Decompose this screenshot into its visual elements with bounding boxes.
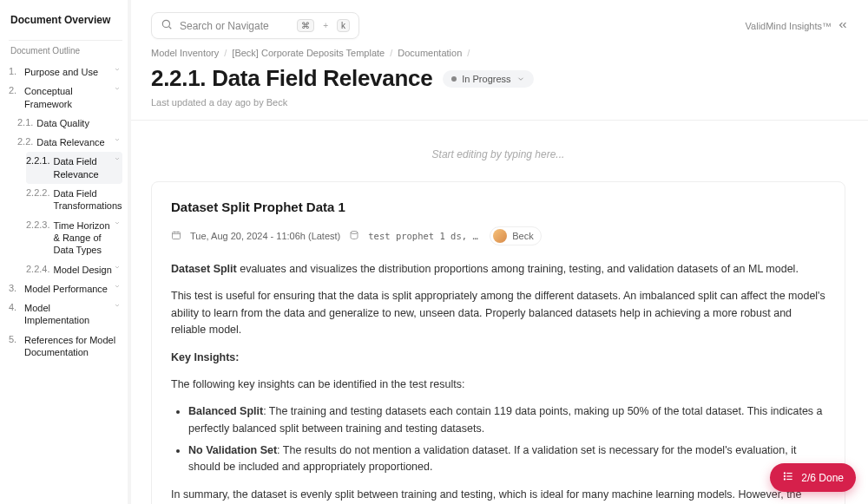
svg-rect-2 — [173, 232, 181, 239]
sidebar-item[interactable]: 5.References for Model Documentation — [9, 331, 122, 363]
status-dot-icon — [451, 76, 457, 82]
sidebar-item[interactable]: 2.Conceptual Framework — [9, 82, 122, 114]
item-label: Model Design — [54, 264, 112, 276]
insights-list: Balanced Split: The training and testing… — [188, 403, 825, 476]
item-number: 1. — [9, 66, 21, 76]
author-name: Beck — [512, 231, 533, 241]
kbd-key: k — [337, 19, 350, 32]
card-code-ref[interactable]: test_prophet_1_ds, tra… — [368, 231, 481, 241]
svg-point-11 — [785, 475, 786, 476]
sidebar-item[interactable]: 2.2.2.Data Field Transformations — [26, 184, 122, 216]
author-chip[interactable]: Beck — [490, 226, 541, 245]
brand-label[interactable]: ValidMind Insights™ — [746, 19, 849, 33]
checklist-icon — [782, 470, 794, 485]
breadcrumb-link[interactable]: Model Inventory — [151, 48, 219, 58]
sidebar: Document Overview Document Outline 1.Pur… — [0, 0, 128, 504]
list-item: No Validation Set: The results do not me… — [188, 442, 825, 476]
chevron-down-icon — [112, 302, 122, 311]
avatar — [493, 229, 507, 243]
svg-line-1 — [169, 27, 172, 29]
card-title: Dataset Split Prophet Data 1 — [171, 200, 825, 214]
search-input[interactable]: Search or Navigate ⌘ + k — [151, 12, 359, 39]
item-label: Model Implementation — [24, 302, 112, 327]
sidebar-item[interactable]: 1.Purpose and Use — [9, 62, 122, 82]
calendar-icon — [171, 230, 181, 242]
result-card: Dataset Split Prophet Data 1 Tue, Aug 20… — [151, 181, 845, 504]
item-number: 2.1. — [17, 117, 33, 128]
item-number: 2.2.3. — [26, 219, 50, 230]
item-number: 3. — [9, 283, 21, 293]
intro-paragraph: Dataset Split evaluates and visualizes t… — [171, 261, 825, 278]
sidebar-item[interactable]: 3.Model Performance — [9, 279, 122, 298]
card-meta-row: Tue, Aug 20, 2024 - 11:06h (Latest) test… — [171, 226, 825, 245]
paragraph-2: This test is useful for ensuring that th… — [171, 288, 825, 338]
breadcrumb-link[interactable]: [Beck] Corporate Deposits Template — [232, 48, 385, 58]
kbd-plus: + — [323, 21, 328, 30]
sidebar-item[interactable]: 2.2.3.Time Horizon & Range of Data Types — [26, 216, 122, 260]
progress-label: 2/6 Done — [801, 472, 844, 484]
item-label: Time Horizon & Range of Data Types — [54, 219, 112, 257]
item-number: 2.2.2. — [26, 187, 50, 198]
item-label: Data Relevance — [36, 136, 112, 148]
sidebar-item[interactable]: 2.1.Data Quality — [17, 114, 122, 133]
list-item: Balanced Split: The training and testing… — [188, 403, 825, 437]
svg-point-12 — [785, 479, 786, 480]
sidebar-item[interactable]: 4.Model Implementation — [9, 298, 122, 331]
item-label: Purpose and Use — [24, 66, 112, 78]
chevron-down-icon — [112, 136, 122, 145]
chevron-down-icon — [112, 66, 122, 75]
divider — [9, 40, 122, 41]
item-label: References for Model Documentation — [24, 334, 122, 359]
breadcrumb-sep: / — [467, 48, 470, 58]
chevron-down-icon — [112, 283, 122, 291]
search-icon — [161, 18, 173, 33]
svg-point-0 — [162, 20, 169, 27]
card-timestamp: Tue, Aug 20, 2024 - 11:06h (Latest) — [190, 231, 340, 241]
item-label: Conceptual Framework — [24, 85, 112, 110]
status-select[interactable]: In Progress — [443, 70, 533, 88]
search-placeholder: Search or Navigate — [180, 20, 290, 32]
database-icon — [349, 230, 359, 242]
item-number: 2.2.1. — [26, 155, 50, 166]
chevron-down-icon — [516, 75, 525, 83]
last-updated: Last updated a day ago by Beck — [151, 97, 845, 108]
sidebar-item[interactable]: 2.2.1.Data Field Relevance — [26, 152, 122, 184]
content-scroll[interactable]: Start editing by typing here... Dataset … — [128, 121, 868, 504]
item-number: 2. — [9, 85, 21, 95]
svg-point-10 — [785, 473, 786, 474]
sidebar-item[interactable]: 2.2.Data Relevance — [17, 133, 122, 152]
topbar: Search or Navigate ⌘ + k ValidMind Insig… — [128, 0, 868, 48]
item-label: Data Field Transformations — [54, 187, 122, 213]
svg-point-6 — [351, 232, 358, 234]
item-number: 2.2. — [17, 136, 33, 147]
collapse-icon — [837, 19, 849, 33]
editor-placeholder[interactable]: Start editing by typing here... — [151, 148, 845, 160]
card-body: Dataset Split evaluates and visualizes t… — [171, 261, 825, 504]
item-label: Data Quality — [36, 117, 122, 129]
page-header: Model Inventory/[Beck] Corporate Deposit… — [128, 48, 868, 121]
key-insights-heading: Key Insights: — [171, 350, 825, 366]
outline-label: Document Outline — [9, 46, 122, 56]
insights-intro: The following key insights can be identi… — [171, 376, 825, 393]
page-title: 2.2.1. Data Field Relevance — [151, 65, 432, 92]
breadcrumb: Model Inventory/[Beck] Corporate Deposit… — [151, 48, 845, 58]
item-number: 4. — [9, 302, 21, 312]
breadcrumb-sep: / — [224, 48, 227, 58]
breadcrumb-link[interactable]: Documentation — [398, 48, 462, 58]
sidebar-item[interactable]: 2.2.4.Model Design — [26, 260, 122, 279]
item-label: Data Field Relevance — [54, 155, 112, 180]
chevron-down-icon — [112, 155, 122, 164]
item-label: Model Performance — [24, 283, 112, 295]
chevron-down-icon — [112, 219, 122, 228]
item-number: 2.2.4. — [26, 264, 50, 274]
status-label: In Progress — [462, 74, 510, 84]
chevron-down-icon — [112, 85, 122, 94]
kbd-mod: ⌘ — [297, 19, 314, 32]
item-number: 5. — [9, 334, 21, 344]
outline-nav: 1.Purpose and Use2.Conceptual Framework2… — [9, 62, 122, 362]
overview-heading: Document Overview — [9, 14, 122, 26]
chevron-down-icon — [112, 264, 122, 272]
main-area: Search or Navigate ⌘ + k ValidMind Insig… — [128, 0, 868, 504]
progress-pill[interactable]: 2/6 Done — [770, 463, 856, 492]
summary-paragraph: In summary, the dataset is evenly split … — [171, 487, 825, 504]
